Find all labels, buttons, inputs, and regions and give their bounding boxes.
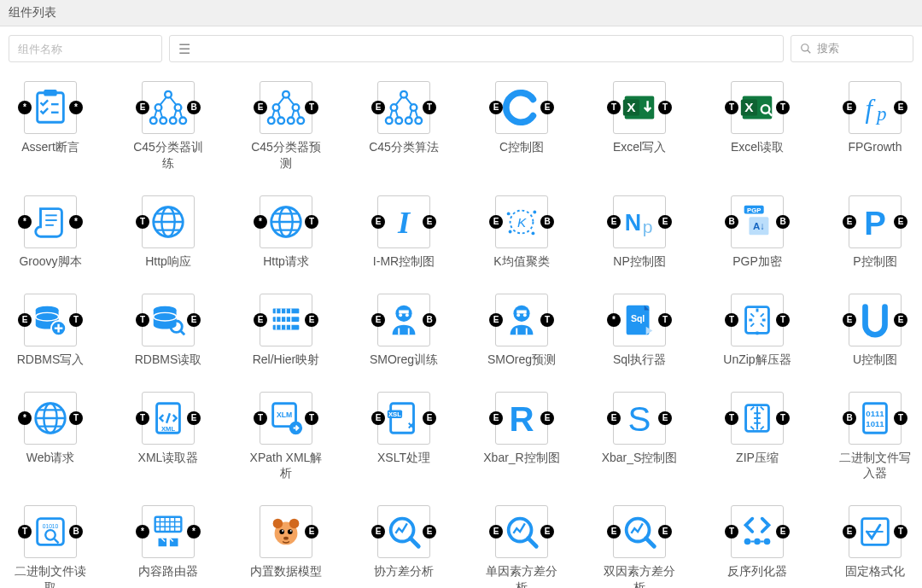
component-item[interactable]: ETRDBMS写入: [12, 294, 89, 368]
port-left[interactable]: *: [18, 411, 32, 425]
component-name-input[interactable]: [9, 35, 162, 62]
component-item[interactable]: EBSMOreg训练: [365, 294, 442, 368]
port-right[interactable]: T: [69, 313, 83, 327]
port-left[interactable]: T: [725, 525, 738, 539]
search-box[interactable]: 搜索: [791, 35, 913, 62]
component-item[interactable]: ETSMOreg预测: [483, 294, 560, 368]
component-item[interactable]: EE协方差分析: [365, 505, 442, 588]
component-item[interactable]: EERel/Hier映射: [248, 294, 324, 368]
port-left[interactable]: E: [489, 313, 503, 327]
port-left[interactable]: E: [607, 525, 621, 539]
port-left[interactable]: E: [843, 525, 856, 539]
port-right[interactable]: E: [540, 411, 554, 425]
port-right[interactable]: E: [540, 525, 554, 539]
port-right[interactable]: B: [187, 101, 201, 114]
port-left[interactable]: E: [371, 101, 385, 114]
component-item[interactable]: EE双因素方差分析: [601, 505, 678, 588]
port-left[interactable]: T: [607, 101, 621, 114]
port-right[interactable]: T: [776, 411, 790, 425]
port-left[interactable]: E: [254, 101, 267, 114]
port-right[interactable]: E: [187, 411, 201, 425]
port-left[interactable]: *: [607, 313, 621, 327]
port-right[interactable]: E: [894, 101, 907, 114]
port-right[interactable]: E: [894, 313, 907, 327]
port-right[interactable]: T: [305, 101, 318, 114]
port-right[interactable]: T: [305, 215, 318, 229]
port-right[interactable]: *: [187, 525, 201, 539]
component-item[interactable]: EEP控制图: [837, 195, 913, 270]
port-left[interactable]: E: [489, 525, 503, 539]
port-left[interactable]: *: [136, 525, 149, 539]
category-select[interactable]: ☰: [169, 35, 784, 62]
component-item[interactable]: EEU控制图: [837, 294, 913, 368]
port-left[interactable]: *: [254, 215, 267, 229]
port-right[interactable]: E: [894, 215, 907, 229]
component-item[interactable]: EENP控制图: [601, 195, 678, 270]
port-right[interactable]: T: [423, 101, 436, 114]
component-item[interactable]: THttp响应: [130, 195, 207, 270]
component-item[interactable]: **内容路由器: [130, 505, 207, 588]
port-left[interactable]: T: [136, 215, 149, 229]
component-item[interactable]: TTZIP压缩: [719, 392, 796, 482]
port-right[interactable]: E: [423, 525, 436, 539]
component-item[interactable]: EEXSLT处理: [365, 392, 442, 482]
component-item[interactable]: TTUnZip解压器: [719, 294, 796, 368]
port-right[interactable]: E: [658, 215, 672, 229]
port-left[interactable]: E: [607, 411, 621, 425]
component-item[interactable]: *THttp请求: [248, 195, 324, 270]
component-item[interactable]: EEXbar_R控制图: [483, 392, 560, 482]
port-left[interactable]: E: [607, 215, 621, 229]
port-right[interactable]: E: [305, 525, 318, 539]
port-left[interactable]: E: [489, 215, 503, 229]
port-left[interactable]: T: [254, 411, 267, 425]
port-right[interactable]: B: [540, 215, 554, 229]
component-item[interactable]: TTExcel写入: [601, 81, 678, 172]
port-left[interactable]: E: [371, 215, 385, 229]
port-left[interactable]: E: [489, 101, 503, 114]
port-left[interactable]: T: [136, 411, 149, 425]
port-right[interactable]: B: [69, 525, 83, 539]
component-item[interactable]: EBK均值聚类: [483, 195, 560, 270]
port-left[interactable]: E: [843, 215, 856, 229]
port-left[interactable]: T: [136, 313, 149, 327]
port-right[interactable]: E: [423, 411, 436, 425]
component-item[interactable]: *TSql执行器: [601, 294, 678, 368]
port-right[interactable]: E: [305, 313, 318, 327]
component-item[interactable]: *TWeb请求: [12, 392, 89, 482]
component-item[interactable]: ETC45分类器预测: [248, 81, 324, 172]
port-left[interactable]: E: [371, 411, 385, 425]
component-item[interactable]: EEXbar_S控制图: [601, 392, 678, 482]
port-right[interactable]: T: [658, 101, 672, 114]
component-item[interactable]: TTXPath XML解析: [248, 392, 324, 482]
port-right[interactable]: E: [423, 215, 436, 229]
port-right[interactable]: T: [305, 411, 318, 425]
component-item[interactable]: TE反序列化器: [719, 505, 796, 588]
component-item[interactable]: TEXML读取器: [130, 392, 207, 482]
component-item[interactable]: EE单因素方差分析: [483, 505, 560, 588]
port-right[interactable]: T: [894, 525, 907, 539]
port-right[interactable]: *: [69, 101, 83, 114]
port-left[interactable]: E: [371, 525, 385, 539]
port-left[interactable]: T: [725, 411, 738, 425]
port-right[interactable]: T: [540, 313, 554, 327]
port-right[interactable]: E: [776, 525, 790, 539]
port-right[interactable]: E: [658, 525, 672, 539]
port-left[interactable]: E: [254, 313, 267, 327]
port-right[interactable]: T: [658, 313, 672, 327]
port-right[interactable]: T: [69, 411, 83, 425]
port-left[interactable]: E: [18, 313, 32, 327]
port-left[interactable]: E: [136, 101, 149, 114]
component-item[interactable]: BBPGP加密: [719, 195, 796, 270]
component-item[interactable]: TERDBMS读取: [130, 294, 207, 368]
port-right[interactable]: *: [69, 215, 83, 229]
port-right[interactable]: T: [776, 313, 790, 327]
component-item[interactable]: ET固定格式化: [837, 505, 913, 588]
component-item[interactable]: ETC45分类算法: [365, 81, 442, 172]
port-right[interactable]: B: [423, 313, 436, 327]
component-item[interactable]: EBC45分类器训练: [130, 81, 207, 172]
component-item[interactable]: **Assert断言: [12, 81, 89, 172]
port-left[interactable]: B: [725, 215, 738, 229]
port-right[interactable]: B: [776, 215, 790, 229]
port-left[interactable]: T: [18, 525, 32, 539]
port-left[interactable]: T: [725, 101, 738, 114]
